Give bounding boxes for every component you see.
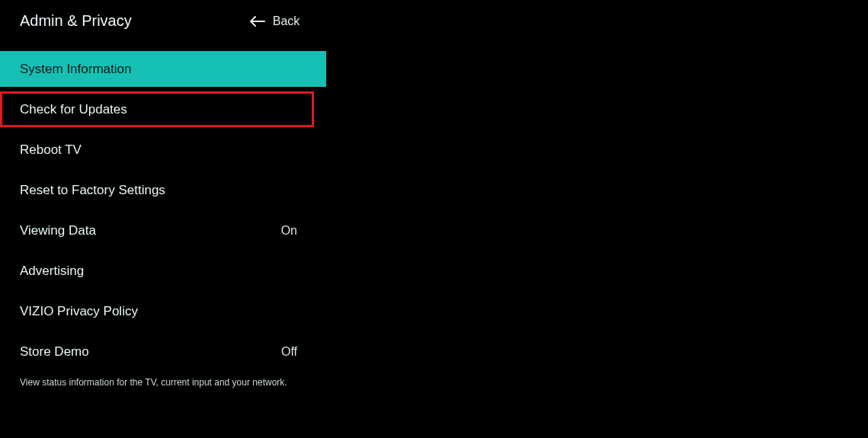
menu-item-label: Store Demo <box>20 344 281 360</box>
menu-item-label: Check for Updates <box>20 102 285 117</box>
back-arrow-icon <box>250 16 265 27</box>
menu-item-label: Reset to Factory Settings <box>20 183 297 198</box>
menu-item-privacy-policy[interactable]: VIZIO Privacy Policy <box>0 293 326 329</box>
description-text: View status information for the TV, curr… <box>0 377 868 388</box>
menu-item-reset-factory-settings[interactable]: Reset to Factory Settings <box>0 172 326 208</box>
menu-item-viewing-data[interactable]: Viewing Data On <box>0 213 326 248</box>
menu-list: System Information Check for Updates Reb… <box>0 51 868 369</box>
back-label: Back <box>273 14 300 28</box>
menu-item-system-information[interactable]: System Information <box>0 51 326 87</box>
menu-item-store-demo[interactable]: Store Demo Off <box>0 334 326 369</box>
menu-item-value: Off <box>281 345 297 359</box>
menu-item-advertising[interactable]: Advertising <box>0 253 326 289</box>
page-title: Admin & Privacy <box>20 12 132 30</box>
menu-item-label: Viewing Data <box>20 223 281 238</box>
menu-item-label: Advertising <box>20 264 297 279</box>
menu-item-reboot-tv[interactable]: Reboot TV <box>0 132 326 168</box>
menu-item-check-for-updates[interactable]: Check for Updates <box>0 91 314 127</box>
menu-item-label: Reboot TV <box>20 142 297 158</box>
menu-item-label: VIZIO Privacy Policy <box>20 304 297 319</box>
back-button[interactable]: Back <box>250 14 300 28</box>
menu-item-label: System Information <box>20 62 297 77</box>
menu-item-value: On <box>281 224 297 238</box>
